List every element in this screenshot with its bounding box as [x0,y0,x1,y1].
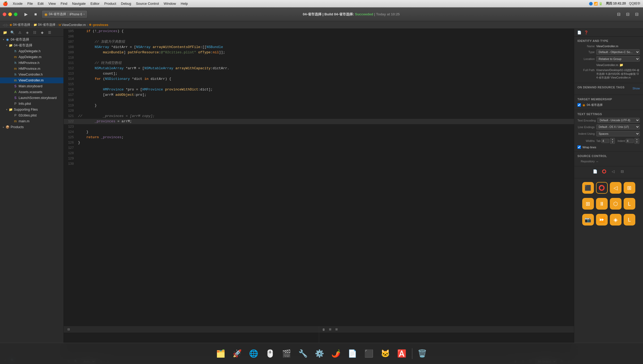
sidebar-item-info-plist[interactable]: P Info.plist [0,101,63,107]
dock-launchpad[interactable]: 🚀 [230,346,245,361]
code-editor[interactable]: 105 if (!_provinces) { 106 107 // 加载为字典数… [64,29,574,364]
dock-pages[interactable]: 📄 [345,346,360,361]
dock-dvd[interactable]: 🎬 [279,346,294,361]
dock-finder[interactable]: 🗂️ [213,346,228,361]
menu-debug[interactable]: Debug [121,2,131,6]
icon-btn-back[interactable]: ◁ [610,182,621,194]
sidebar-item-viewcontroller-h[interactable]: h ViewController.h [0,72,63,77]
sidebar-item-supporting-files[interactable]: 📁 Supporting Files [0,107,63,112]
indent-input[interactable] [626,139,634,143]
menu-product[interactable]: Product [104,2,116,6]
debug-btn-1[interactable]: ⊟ [66,327,71,332]
dock-safari[interactable]: 🌐 [246,346,261,361]
icon-btn-grid2[interactable]: ⊞ [624,182,635,194]
icon-btn-cam[interactable]: 📷 [582,214,594,226]
apple-menu[interactable]: 🍎 [3,1,8,6]
run-button[interactable]: ▶ [22,11,30,18]
file-chooser-btn[interactable]: 📁 [619,63,623,67]
breadcrumb-project[interactable]: ◉ 04-省市选择 [10,23,30,27]
wraplines-checkbox[interactable] [577,145,581,149]
breadcrumb-symbol[interactable]: ⊕ -provinces [89,23,108,27]
sidebar-item-hmprovince-h[interactable]: h HMProvince.h [0,60,63,66]
icon-btn-l[interactable]: L [624,198,635,210]
menu-edit[interactable]: Edit [38,2,44,6]
icon-btn-circle[interactable]: ⭕ [596,182,608,194]
maximize-button[interactable] [14,12,18,16]
menu-help[interactable]: Help [181,2,188,6]
icon-btn-grid3[interactable]: ⊞ [582,198,594,210]
sidebar-item-main-m[interactable]: m main.m [0,118,63,124]
inspector-icon-circle[interactable]: ⭕ [601,168,608,174]
dock-clip[interactable]: 🌶️ [329,346,344,361]
sidebar-item-products[interactable]: 📦 Products [0,124,63,130]
dock-terminal[interactable]: ⬛ [362,346,376,361]
stop-button[interactable]: ■ [32,11,39,18]
menu-window[interactable]: Window [164,2,176,6]
dock-app1[interactable]: 🐱 [378,346,393,361]
debug-toggle[interactable]: ⊟ [624,11,631,18]
sidebar-debug-btn[interactable]: ☷ [32,30,38,36]
sidebar-breakpoint-btn[interactable]: ◆ [39,30,45,36]
sidebar-item-main-storyboard[interactable]: S Main.storyboard [0,83,63,89]
menu-find[interactable]: Find [61,2,67,6]
console-toggle-2[interactable]: ⊞ [334,327,339,332]
nav-forward[interactable]: ▷ [6,23,8,27]
menu-view[interactable]: View [48,2,56,6]
sidebar-item-project[interactable]: ◉ 04-省市选择 [0,37,63,42]
icon-btn-square[interactable]: ⬛ [582,182,594,194]
nav-back[interactable]: ◁ [3,23,5,27]
tab-stepper-up[interactable]: ▲ [610,138,615,141]
indent-select[interactable]: Spaces [596,131,640,136]
tab-input[interactable] [601,139,609,143]
dock-syspref[interactable]: ⚙️ [312,346,327,361]
icon-btn-pause[interactable]: ⏸ [596,198,608,210]
sidebar-item-launchscreen[interactable]: S LaunchScreen.storyboard [0,95,63,101]
sidebar-item-viewcontroller-m[interactable]: m ViewController.m [0,77,63,83]
menu-navigate[interactable]: Navigate [72,2,85,6]
utilities-toggle[interactable]: ⊟ [633,11,640,18]
sidebar-test-btn[interactable]: ◈ [24,30,30,36]
console-clear-btn[interactable]: 🗑 [321,327,327,332]
dock-mouse[interactable]: 🖱️ [263,346,278,361]
location-select[interactable]: Relative to Group [596,56,640,62]
menu-editor[interactable]: Editor [91,2,100,6]
menu-xcode[interactable]: Xcode [13,2,23,6]
sidebar-search-btn[interactable]: 🔍 [10,30,15,36]
dock-tools[interactable]: 🔧 [296,346,311,361]
breadcrumb-group[interactable]: 📁 04-省市选择 [33,23,55,27]
sidebar-item-assets[interactable]: A Assets.xcassets [0,89,63,95]
icon-btn-l2[interactable]: L [624,214,635,226]
minimize-button[interactable] [8,12,12,16]
inspector-icon-grid[interactable]: ⊟ [619,168,626,174]
navigator-toggle[interactable]: ⊟ [615,11,622,18]
dock-trash[interactable]: 🗑️ [415,346,430,361]
sidebar-item-appdelegate-h[interactable]: h AppDelegate.h [0,48,63,54]
console-toggle-1[interactable]: ⊞ [328,327,333,332]
sidebar-log-btn[interactable]: ☰ [47,30,53,36]
target-checkbox[interactable] [577,103,581,107]
indent-stepper-down[interactable]: ▼ [635,141,639,144]
icon-btn-cube[interactable]: ⬡ [610,198,621,210]
close-button[interactable] [3,12,6,16]
dock-app2[interactable]: 🅰️ [395,346,409,361]
menu-file[interactable]: File [27,2,33,6]
type-select[interactable]: Default - Objective-C So... [596,49,640,55]
icon-btn-ff[interactable]: ⏩ [596,214,608,226]
menu-source-control[interactable]: Source Control [136,2,159,6]
inspector-file-btn[interactable]: 📄 [576,30,582,36]
scheme-selector[interactable]: ◉ 04-省市选择 | iPhone 6 ▾ [41,10,88,19]
indent-stepper-up[interactable]: ▲ [635,138,639,141]
inspector-help-btn[interactable]: ❓ [583,30,589,36]
sidebar-warning-btn[interactable]: ⚠ [17,30,23,36]
sidebar-item-appdelegate-m[interactable]: m AppDelegate.m [0,54,63,60]
encoding-select[interactable]: Default - Unicode (UTF-8) [597,118,640,123]
sidebar-item-hmprovince-m[interactable]: m HMProvince.m [0,66,63,72]
sidebar-item-02cities-plist[interactable]: P 02cities.plist [0,112,63,118]
icon-btn-cube2[interactable]: ◈ [610,214,621,226]
inspector-icon-doc[interactable]: 📄 [591,168,599,174]
code-area[interactable]: 105 if (!_provinces) { 106 107 // 加载为字典数… [64,29,574,326]
show-btn[interactable]: Show [632,87,640,90]
sidebar-folder-btn[interactable]: 📁 [2,30,8,36]
breadcrumb-file[interactable]: M ViewController.m [59,23,86,27]
lineendings-select[interactable]: Default - OS X / Unix (LF) [596,124,640,129]
